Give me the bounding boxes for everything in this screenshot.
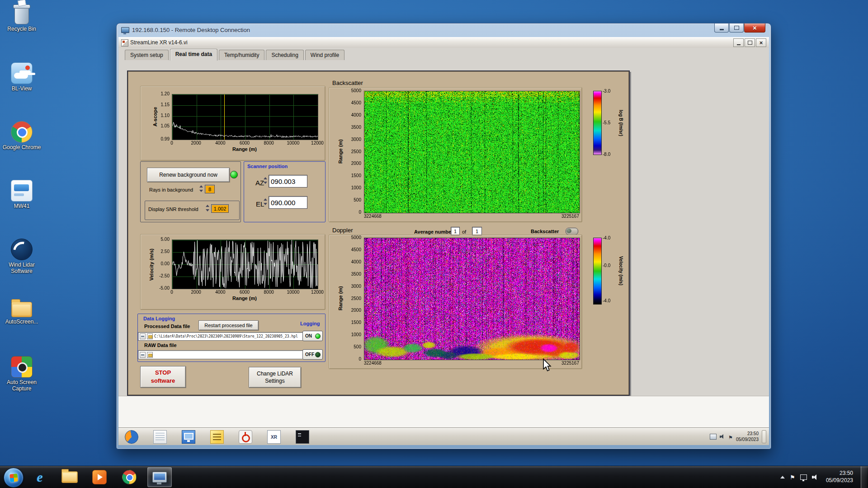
remote-clock-date: 05/09/2023 <box>736 437 759 443</box>
desktop-icon-autoscreen[interactable]: AutoScreen... <box>1 297 42 325</box>
app-restore-button[interactable] <box>745 38 755 47</box>
input-indicator-icon[interactable] <box>710 434 717 440</box>
rdp-minimize-button[interactable] <box>714 23 729 33</box>
app-titlebar[interactable]: StreamLine XR v14-6.vi <box>118 37 769 48</box>
scanner-position-group <box>244 161 326 222</box>
on-led-icon <box>315 333 321 339</box>
wind-lidar-icon <box>11 239 33 260</box>
desktop-icon-auto-screen-capture[interactable]: Auto Screen Capture <box>1 356 42 392</box>
browser-icon[interactable] <box>125 430 138 444</box>
azimuth-value[interactable]: 090.003 <box>269 175 307 188</box>
desktop: Recycle BinBL-ViewGoogle ChromeMW41Wind … <box>0 0 868 488</box>
azimuth-label: AZ <box>255 179 264 187</box>
remote-taskbar: XR 23:50 05/09/2023 <box>118 428 769 445</box>
backscatter-y-axis-label: Range (m) <box>338 132 343 171</box>
browse-folder-icon[interactable] <box>147 333 153 339</box>
volume-icon[interactable] <box>812 474 818 480</box>
taskbar-button-media-player[interactable] <box>88 468 111 487</box>
processed-path-field[interactable]: C:\LidarA\Data\Proc\2023\202309\20230909… <box>138 332 303 341</box>
azimuth-spinner[interactable] <box>264 177 268 184</box>
app-minimize-button[interactable] <box>733 38 744 47</box>
remote-desktop-icon <box>121 27 129 33</box>
remote-clock-time: 23:50 <box>736 431 759 437</box>
snr-value[interactable]: 1.002 <box>211 204 229 213</box>
xr-vi-icon[interactable]: XR <box>267 430 281 444</box>
recycle-bin-icon <box>14 6 29 24</box>
action-center-flag-icon[interactable] <box>790 473 795 481</box>
volume-icon[interactable] <box>720 434 725 439</box>
media-player-icon <box>92 470 107 484</box>
command-prompt-icon[interactable] <box>296 430 309 444</box>
rdp-maximize-button[interactable] <box>729 23 744 33</box>
host-taskbar: e 23:50 05/09/2023 <box>0 466 868 488</box>
notepad-icon[interactable] <box>153 430 167 444</box>
google-chrome-icon <box>122 470 137 484</box>
show-desktop-button[interactable] <box>861 466 867 488</box>
remote-clock[interactable]: 23:50 05/09/2023 <box>736 431 759 442</box>
auto-screen-capture-icon <box>11 356 33 378</box>
front-panel-page: A-scope Range (m) Renew background now R… <box>118 61 769 428</box>
elevation-spinner[interactable] <box>264 198 268 206</box>
stop-software-button[interactable]: STOP software <box>140 366 186 388</box>
on-label: ON <box>305 333 312 338</box>
power-off-icon[interactable] <box>239 430 252 444</box>
windows-flag-icon <box>9 474 18 482</box>
tab-temp-humidity[interactable]: Temp/humidity <box>219 50 264 60</box>
taskbar-button-remote-desktop[interactable] <box>147 467 172 487</box>
taskbar-button-internet-explorer[interactable]: e <box>28 468 52 487</box>
taskbar-button-windows-explorer[interactable] <box>58 468 81 487</box>
host-system-tray: 23:50 05/09/2023 <box>780 466 868 488</box>
velocity-graph[interactable] <box>172 239 318 289</box>
tray-expand-arrow-icon[interactable] <box>780 476 785 479</box>
desktop-icon-mw41[interactable]: MW41 <box>1 180 42 210</box>
logging-label: Logging <box>300 321 320 326</box>
remote-desktop-icon <box>152 472 167 483</box>
mouse-cursor <box>542 358 552 372</box>
remote-show-desktop-button[interactable] <box>762 430 766 443</box>
desktop-icon-google-chrome[interactable]: Google Chrome <box>1 121 42 151</box>
taskbar-button-google-chrome[interactable] <box>118 468 141 487</box>
desktop-icon-label: BL-View <box>1 86 42 92</box>
network-config-icon[interactable] <box>182 430 195 444</box>
doppler-heatmap[interactable] <box>364 238 580 360</box>
network-icon[interactable] <box>800 474 807 480</box>
tab-wind-profile[interactable]: Wind profile <box>305 50 344 60</box>
desktop-icon-label: AutoScreen... <box>1 319 42 325</box>
backscatter-toggle[interactable] <box>566 228 578 235</box>
off-label: OFF <box>305 352 314 357</box>
axis-tick: -5.5 <box>603 120 610 126</box>
elevation-value[interactable]: 090.000 <box>269 196 307 209</box>
rays-value[interactable]: 8 <box>205 185 215 193</box>
desktop-icon-wind-lidar[interactable]: Wind Lidar Software <box>1 239 42 275</box>
renew-background-button[interactable]: Renew background now <box>147 168 230 182</box>
raw-path-field[interactable] <box>138 350 303 359</box>
rdp-window-title: 192.168.0.150 - Remote Desktop Connectio… <box>132 23 250 37</box>
host-clock[interactable]: 23:50 05/09/2023 <box>823 470 856 484</box>
velocity-x-axis-label: Range (m) <box>172 296 317 301</box>
desktop-icon-recycle-bin[interactable]: Recycle Bin <box>1 4 42 33</box>
desktop-icon-bl-view[interactable]: BL-View <box>1 62 42 92</box>
backscatter-title: Backscatter <box>332 80 363 86</box>
action-center-flag-icon[interactable] <box>728 433 733 441</box>
snr-spinner[interactable] <box>206 204 210 212</box>
rays-spinner[interactable] <box>199 185 203 192</box>
rdp-titlebar[interactable]: 192.168.0.150 - Remote Desktop Connectio… <box>117 23 771 37</box>
sticky-notes-icon[interactable] <box>210 430 224 444</box>
tab-system-setup[interactable]: System setup <box>125 50 169 60</box>
change-lidar-settings-button[interactable]: Change LiDAR Settings <box>249 367 301 388</box>
backscatter-heatmap[interactable] <box>364 91 580 213</box>
tab-real-time-data[interactable]: Real time data <box>170 49 217 61</box>
elevation-label: EL <box>256 200 264 208</box>
browse-folder-icon[interactable] <box>147 352 153 358</box>
raw-logging-toggle[interactable]: OFF <box>302 349 323 360</box>
ascope-graph[interactable] <box>172 94 318 140</box>
processed-logging-toggle[interactable]: ON <box>302 331 323 341</box>
axis-tick: -3.0 <box>603 89 610 94</box>
desktop-icon-label: MW41 <box>1 203 42 210</box>
rdp-close-button[interactable] <box>744 23 765 33</box>
tab-scheduling[interactable]: Scheduling <box>266 50 303 60</box>
start-button[interactable] <box>4 468 24 488</box>
app-close-button[interactable] <box>756 38 766 47</box>
autoscreen-icon <box>11 302 32 317</box>
restart-processed-file-button[interactable]: Restart processed file <box>198 320 259 330</box>
